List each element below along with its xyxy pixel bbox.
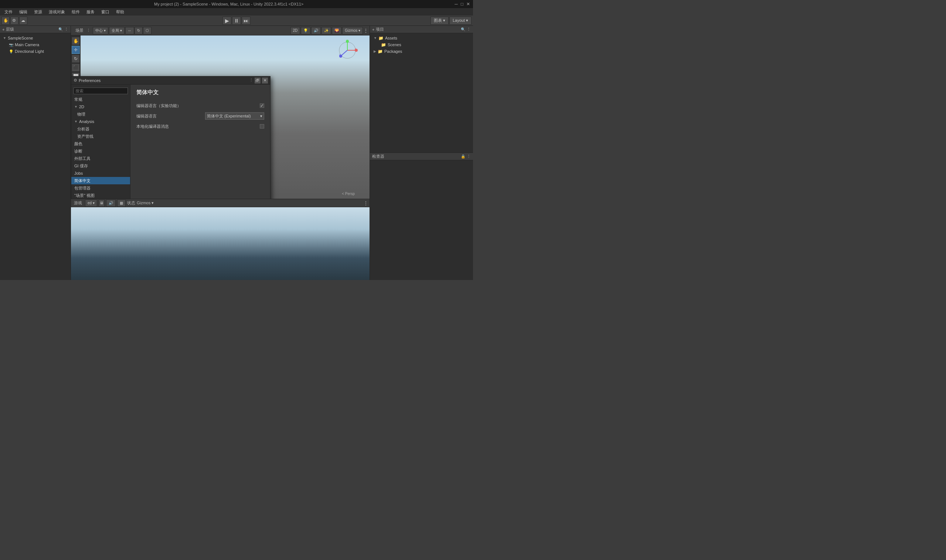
pref-checkbox-localize[interactable] bbox=[260, 124, 264, 129]
tool-rotate[interactable]: ↻ bbox=[72, 55, 80, 63]
hierarchy-main-camera[interactable]: 📷 Main Camera bbox=[0, 42, 71, 48]
game-audio-btn[interactable]: 🔊 bbox=[106, 200, 116, 207]
pref-close-btn[interactable]: ✕ bbox=[262, 78, 268, 83]
pref-menu-btn[interactable]: ⋮ bbox=[250, 78, 253, 83]
pref-nav-packagemanager[interactable]: 包管理器 bbox=[71, 184, 130, 192]
project-add-icon[interactable]: + bbox=[372, 27, 374, 32]
scene-gizmos-btn[interactable]: Gizmos ▾ bbox=[342, 27, 363, 34]
menu-services[interactable]: 服务 bbox=[83, 8, 97, 15]
pref-nav-diagnostics[interactable]: 诊断 bbox=[71, 148, 130, 155]
pref-nav-jobs[interactable]: Jobs bbox=[71, 169, 130, 177]
pref-nav-2d[interactable]: ▼ 2D bbox=[71, 103, 130, 111]
play-button[interactable]: ▶ bbox=[222, 17, 231, 25]
project-title: 项目 bbox=[376, 26, 459, 32]
scene-menu-icon[interactable]: ⋮ bbox=[86, 28, 91, 33]
pref-section-title: 简体中文 bbox=[136, 89, 264, 96]
scene-tab-title[interactable]: 场景 bbox=[74, 28, 85, 33]
close-btn[interactable]: ✕ bbox=[466, 2, 470, 7]
right-panels: + 项目 🔍 ⋮ ▼ 📁 Assets 📁 Scenes ▶ 📁 bbox=[370, 26, 473, 280]
game-tab[interactable]: 游戏 bbox=[72, 200, 83, 206]
step-button[interactable]: ⏭ bbox=[242, 17, 251, 25]
toolbar-layout2[interactable]: Layout ▾ bbox=[449, 17, 471, 25]
pref-nav-general[interactable]: 常规 bbox=[71, 96, 130, 103]
hierarchy-scene[interactable]: ▼ SampleScene bbox=[0, 35, 71, 42]
project-search-icon[interactable]: 🔍 bbox=[461, 27, 465, 31]
hierarchy-search-icon[interactable]: 🔍 bbox=[59, 27, 63, 31]
game-menu-icon[interactable]: ⋮ bbox=[364, 201, 368, 206]
hierarchy-directional-light[interactable]: 💡 Directional Light bbox=[0, 48, 71, 55]
menu-window[interactable]: 窗口 bbox=[98, 8, 112, 15]
scene-audio-btn[interactable]: 🔊 bbox=[311, 27, 321, 34]
project-scenes[interactable]: 📁 Scenes bbox=[372, 42, 471, 48]
center-area: 场景 ⋮ 中心 ▾ 全局 ▾ ↔ ↻ ⬡ 2D 💡 🔊 ✨ 🌄 Gizmos ▾… bbox=[71, 26, 370, 280]
menu-assets[interactable]: 资源 bbox=[31, 8, 45, 15]
scene-name: SampleScene bbox=[8, 36, 33, 40]
title-bar-controls: ─ □ ✕ bbox=[455, 2, 470, 7]
scene-tool-scale[interactable]: ⬡ bbox=[143, 27, 151, 34]
expand-2d-icon: ▼ bbox=[74, 105, 78, 109]
pref-nav-assetpipeline[interactable]: 资产管线 bbox=[71, 132, 130, 140]
project-menu-icon[interactable]: ⋮ bbox=[467, 27, 471, 32]
scene-tool-move[interactable]: ↔ bbox=[125, 27, 134, 34]
scene-2d-btn[interactable]: 2D bbox=[290, 27, 300, 34]
pref-nav-externaltools[interactable]: 外部工具 bbox=[71, 155, 130, 162]
scene-fx-btn[interactable]: ✨ bbox=[322, 27, 331, 34]
pref-checkbox-experimental[interactable]: ✓ bbox=[260, 103, 264, 108]
toolbar-settings[interactable]: ⚙ bbox=[10, 17, 18, 25]
minimize-btn[interactable]: ─ bbox=[455, 2, 458, 7]
pref-nav-sceneview[interactable]: "场景" 视图 bbox=[71, 192, 130, 199]
game-scale-btn[interactable]: 🖥 bbox=[99, 200, 105, 207]
menu-file[interactable]: 文件 bbox=[2, 8, 15, 15]
pref-row-experimental: 编辑器语言（实验功能） ✓ bbox=[136, 102, 264, 109]
pause-button[interactable]: ⏸ bbox=[232, 17, 241, 25]
game-resolution-btn[interactable]: ed ▾ bbox=[85, 200, 97, 207]
toolbar-hand[interactable]: ✋ bbox=[2, 17, 9, 25]
menu-edit[interactable]: 编辑 bbox=[16, 8, 30, 15]
inspector-menu-icon[interactable]: ⋮ bbox=[467, 154, 471, 159]
toolbar-layout[interactable]: 图表 ▾ bbox=[430, 17, 448, 25]
menu-component[interactable]: 组件 bbox=[69, 8, 83, 15]
pref-nav-profiler[interactable]: 分析器 bbox=[71, 125, 130, 132]
scene-sky-btn[interactable]: 🌄 bbox=[332, 27, 342, 34]
playbar: ▶ ⏸ ⏭ bbox=[222, 17, 251, 25]
pref-dropdown-language[interactable]: 简体中文 (Experimental) ▾ bbox=[205, 112, 264, 120]
main-toolbar: ✋ ⚙ ☁ ▶ ⏸ ⏭ 图表 ▾ Layout ▾ bbox=[0, 15, 473, 26]
pref-nav-colors[interactable]: 颜色 bbox=[71, 140, 130, 148]
tool-move[interactable]: ✛ bbox=[72, 46, 80, 54]
scene-global-btn[interactable]: 全局 ▾ bbox=[109, 27, 125, 34]
scene-light-btn[interactable]: 💡 bbox=[301, 27, 310, 34]
inspector-lock-icon[interactable]: 🔒 bbox=[461, 154, 465, 158]
pref-nav-analysis[interactable]: ▼ Analysis bbox=[71, 118, 130, 125]
game-stats-btn[interactable]: ▦ bbox=[117, 200, 126, 207]
scene-center-btn[interactable]: 中心 ▾ bbox=[93, 27, 108, 34]
scene-menu2-icon[interactable]: ⋮ bbox=[364, 28, 368, 33]
pref-restore-btn[interactable]: 🗗 bbox=[254, 78, 260, 83]
scene-tool-rotate[interactable]: ↻ bbox=[134, 27, 143, 34]
main-layout: + 层级 🔍 ⋮ ▼ SampleScene 📷 Main Camera 💡 D… bbox=[0, 26, 473, 280]
menu-gameobject[interactable]: 游戏对象 bbox=[46, 8, 68, 15]
pref-search-input[interactable] bbox=[74, 88, 128, 94]
svg-text:z: z bbox=[339, 53, 341, 56]
hierarchy-menu-icon[interactable]: ⋮ bbox=[64, 27, 68, 32]
pref-row-localize: 本地化编译器消息 bbox=[136, 123, 264, 130]
pref-nav-gicache[interactable]: GI 缓存 bbox=[71, 162, 130, 169]
maximize-btn[interactable]: □ bbox=[461, 2, 464, 7]
hierarchy-add-icon[interactable]: + bbox=[2, 27, 5, 32]
pref-dropdown-value: 简体中文 (Experimental) bbox=[207, 114, 251, 119]
tool-scale[interactable]: ⬛ bbox=[72, 63, 80, 72]
title-bar: My project (2) - SampleScene - Windows, … bbox=[0, 0, 473, 8]
tool-hand[interactable]: ✋ bbox=[72, 37, 80, 45]
game-gizmos[interactable]: Gizmos ▾ bbox=[137, 201, 154, 205]
expand-analysis-icon: ▼ bbox=[74, 120, 78, 123]
toolbar-cloud[interactable]: ☁ bbox=[19, 17, 27, 25]
scene-view[interactable]: ✋ ✛ ↻ ⬛ ⬜ ⚙ bbox=[71, 35, 370, 199]
pref-nav-simplified-chinese[interactable]: 简体中文 bbox=[71, 177, 130, 184]
project-assets[interactable]: ▼ 📁 Assets bbox=[372, 35, 471, 42]
inspector-header: 检查器 🔒 ⋮ bbox=[370, 153, 473, 160]
menu-help[interactable]: 帮助 bbox=[113, 8, 127, 15]
pref-titlebar[interactable]: ⚙ Preferences ⋮ 🗗 ✕ bbox=[71, 77, 270, 85]
gizmo: x y z bbox=[336, 39, 359, 61]
project-packages[interactable]: ▶ 📁 Packages bbox=[372, 48, 471, 55]
pref-value-localize bbox=[260, 124, 264, 129]
pref-nav-physics[interactable]: 物理 bbox=[71, 111, 130, 118]
